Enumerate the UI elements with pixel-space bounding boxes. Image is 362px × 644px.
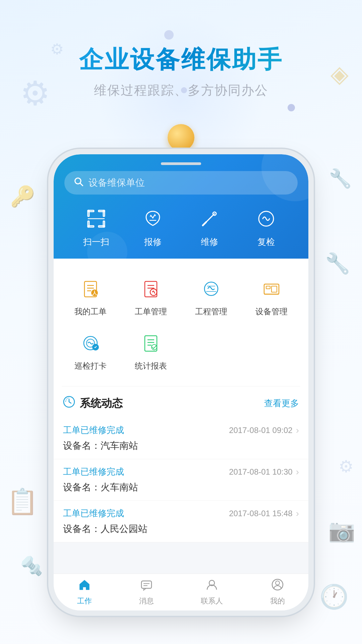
section-title-wrap: 系统动态 bbox=[63, 396, 123, 411]
chevron-icon-2: › bbox=[296, 508, 299, 519]
news-item-1[interactable]: 工单已维修完成 2017-08-01 10:30 › 设备名：火车南站 bbox=[54, 459, 308, 501]
repair-label: 维修 bbox=[201, 236, 218, 248]
scan-icon bbox=[83, 205, 110, 232]
news-time-wrap-0: 2017-08-01 09:02 › bbox=[229, 425, 299, 436]
feature-equipment-mgmt[interactable]: 设备管理 bbox=[241, 269, 302, 324]
deco-gear-8: 🔧 bbox=[325, 252, 350, 275]
deco-gear-9: ⚙ bbox=[339, 457, 354, 476]
svg-point-27 bbox=[150, 289, 157, 296]
app-subtitle: 维保过程跟踪、多方协同办公 bbox=[0, 82, 362, 99]
feature-grid-row1: 人 我的工单 bbox=[54, 259, 308, 324]
feature-my-orders[interactable]: 人 我的工单 bbox=[60, 269, 121, 324]
svg-rect-34 bbox=[266, 286, 270, 289]
reports-icon bbox=[138, 330, 164, 356]
recheck-icon bbox=[253, 205, 280, 232]
nav-work-label: 工作 bbox=[77, 596, 92, 606]
recheck-label: 复检 bbox=[257, 236, 275, 248]
chevron-icon-1: › bbox=[296, 467, 299, 477]
deco-gear-4: 🔧 bbox=[329, 168, 352, 190]
deco-gear-5: 📋 bbox=[7, 487, 38, 517]
deco-dot-2 bbox=[288, 104, 295, 111]
quick-action-repair[interactable]: 维修 bbox=[196, 205, 223, 248]
report-icon bbox=[139, 205, 166, 232]
nav-item-work[interactable]: 工作 bbox=[77, 578, 92, 606]
app-content: 设备维保单位 bbox=[54, 154, 308, 610]
chevron-icon-0: › bbox=[296, 425, 299, 436]
news-item-header-0: 工单已维修完成 2017-08-01 09:02 › bbox=[63, 424, 299, 436]
contacts-icon bbox=[205, 578, 218, 594]
feature-reports[interactable]: 统计报表 bbox=[121, 324, 181, 378]
news-item-2[interactable]: 工单已维修完成 2017-08-01 15:48 › 设备名：人民公园站 bbox=[54, 501, 308, 542]
svg-rect-42 bbox=[145, 336, 157, 351]
news-device-0: 设备名：汽车南站 bbox=[63, 439, 299, 452]
svg-rect-35 bbox=[272, 286, 277, 292]
feature-patrol[interactable]: 巡检打卡 bbox=[60, 324, 121, 378]
feature-grid-row2: 巡检打卡 统计报表 bbox=[54, 324, 308, 386]
news-item-header-2: 工单已维修完成 2017-08-01 15:48 › bbox=[63, 507, 299, 519]
quick-action-scan[interactable]: 扫一扫 bbox=[83, 205, 110, 248]
nav-item-profile[interactable]: 我的 bbox=[270, 578, 285, 606]
nav-contacts-label: 联系人 bbox=[201, 596, 223, 606]
svg-text:人: 人 bbox=[92, 290, 97, 296]
feature-order-mgmt[interactable]: 工单管理 bbox=[121, 269, 181, 324]
patrol-label: 巡检打卡 bbox=[74, 361, 107, 371]
news-status-0: 工单已维修完成 bbox=[63, 424, 124, 436]
app-body: 人 我的工单 bbox=[54, 259, 308, 542]
nav-item-contacts[interactable]: 联系人 bbox=[201, 578, 223, 606]
repair-icon bbox=[196, 205, 223, 232]
news-time-2: 2017-08-01 15:48 bbox=[229, 509, 293, 518]
app-header: 设备维保单位 bbox=[54, 154, 308, 259]
news-item-header-1: 工单已维修完成 2017-08-01 10:30 › bbox=[63, 466, 299, 478]
news-time-1: 2017-08-01 10:30 bbox=[229, 467, 293, 477]
news-time-wrap-1: 2017-08-01 10:30 › bbox=[229, 467, 299, 477]
quick-action-recheck[interactable]: 复检 bbox=[253, 205, 280, 248]
header-section: 企业设备维保助手 维保过程跟踪、多方协同办公 bbox=[0, 44, 362, 99]
search-placeholder-text: 设备维保单位 bbox=[88, 176, 145, 189]
my-orders-icon: 人 bbox=[78, 276, 103, 302]
section-header: 系统动态 查看更多 bbox=[54, 386, 308, 418]
deco-gear-10: 🕐 bbox=[319, 583, 349, 610]
quick-actions: 扫一扫 报修 bbox=[64, 205, 298, 248]
report-label: 报修 bbox=[144, 236, 162, 248]
deco-sphere bbox=[168, 124, 194, 151]
home-icon bbox=[78, 578, 91, 594]
section-title: 系统动态 bbox=[80, 396, 123, 411]
news-status-1: 工单已维修完成 bbox=[63, 466, 124, 478]
nav-item-message[interactable]: 消息 bbox=[139, 578, 154, 606]
order-mgmt-icon bbox=[138, 276, 164, 302]
phone-mockup: 设备维保单位 bbox=[54, 154, 308, 610]
search-bar[interactable]: 设备维保单位 bbox=[64, 171, 298, 195]
svg-point-53 bbox=[276, 581, 280, 585]
equipment-mgmt-icon bbox=[259, 276, 284, 302]
equipment-mgmt-label: 设备管理 bbox=[255, 306, 288, 317]
svg-point-0 bbox=[75, 178, 81, 184]
history-icon bbox=[63, 396, 75, 411]
news-device-1: 设备名：火车南站 bbox=[63, 481, 299, 494]
deco-gear-3: 🔑 bbox=[10, 184, 35, 208]
quick-action-report[interactable]: 报修 bbox=[139, 205, 166, 248]
feature-project-mgmt[interactable]: 工程管理 bbox=[181, 269, 241, 324]
phone-speaker bbox=[161, 162, 201, 165]
project-mgmt-icon bbox=[198, 276, 224, 302]
deco-gear-6: 🔩 bbox=[20, 555, 43, 577]
deco-dot-1 bbox=[164, 30, 174, 40]
bottom-nav: 工作 消息 bbox=[54, 574, 308, 610]
news-item-0[interactable]: 工单已维修完成 2017-08-01 09:02 › 设备名：汽车南站 bbox=[54, 418, 308, 459]
svg-line-1 bbox=[80, 183, 83, 186]
order-mgmt-label: 工单管理 bbox=[135, 306, 167, 317]
section-more-button[interactable]: 查看更多 bbox=[264, 397, 299, 409]
project-mgmt-label: 工程管理 bbox=[195, 306, 227, 317]
svg-rect-48 bbox=[141, 581, 152, 588]
news-status-2: 工单已维修完成 bbox=[63, 507, 124, 519]
profile-icon bbox=[271, 578, 284, 594]
news-time-0: 2017-08-01 09:02 bbox=[229, 426, 293, 435]
nav-message-label: 消息 bbox=[139, 596, 154, 606]
scan-label: 扫一扫 bbox=[83, 236, 109, 248]
news-device-2: 设备名：人民公园站 bbox=[63, 523, 299, 535]
my-orders-label: 我的工单 bbox=[74, 306, 107, 317]
app-title: 企业设备维保助手 bbox=[0, 44, 362, 76]
nav-profile-label: 我的 bbox=[270, 596, 285, 606]
svg-line-29 bbox=[154, 291, 155, 293]
deco-gear-7: 📷 bbox=[328, 518, 355, 543]
reports-label: 统计报表 bbox=[135, 361, 167, 371]
